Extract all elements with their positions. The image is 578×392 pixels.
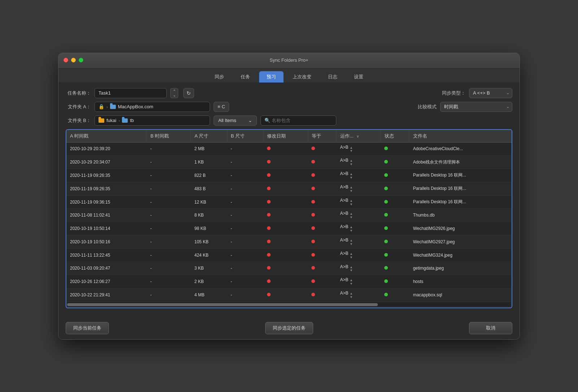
action-stepper[interactable]: ▲▼ (350, 146, 353, 153)
cell-action[interactable]: A>B ▲▼ (337, 222, 381, 235)
status-dot (384, 187, 388, 190)
cell-filename: getimgdata.jpeg (410, 262, 512, 275)
table-row[interactable]: 2020-10-29 20:39:20 - 2 MB - A>B ▲▼ Adob… (66, 142, 512, 156)
action-stepper[interactable]: ▲▼ (350, 186, 353, 193)
action-stepper[interactable]: ▲▼ (350, 252, 353, 260)
maximize-button[interactable] (79, 58, 83, 62)
cell-b-ts: - (146, 142, 191, 156)
sync-current-button[interactable]: 同步当前任务 (66, 322, 109, 334)
cell-equal (308, 142, 337, 156)
cell-filename: Parallels Desktop 16 联网... (410, 195, 512, 209)
cell-action[interactable]: A>B ▲▼ (337, 156, 381, 169)
cell-action[interactable]: A>B ▲▼ (337, 262, 381, 275)
cell-a-ts: 2020-10-29 20:34:07 (66, 156, 146, 169)
scrollbar-thumb[interactable] (67, 303, 378, 306)
tab-settings[interactable]: 设置 (346, 71, 371, 83)
equal-dot (311, 147, 315, 150)
action-stepper[interactable]: ▲▼ (350, 279, 353, 286)
sync-type-select[interactable]: A <+> B A → B B → A (469, 88, 512, 98)
cell-filename: AdobeCreativeCloudCle... (410, 142, 512, 156)
cell-modify (263, 182, 308, 195)
action-label: A>B (340, 264, 349, 269)
tab-last-change[interactable]: 上次改变 (285, 71, 319, 83)
action-stepper[interactable]: ▲▼ (350, 226, 353, 233)
equal-dot (311, 187, 315, 190)
action-stepper[interactable]: ▲▼ (350, 199, 353, 206)
sync-selected-button[interactable]: 同步选定的任务 (265, 322, 313, 334)
folder-b-path[interactable]: fukai › tb (95, 116, 210, 126)
action-stepper[interactable]: ▲▼ (350, 159, 353, 166)
table-row[interactable]: 2020-11-11 13:22:45 - 424 KB - A>B ▲▼ We… (66, 248, 512, 262)
all-items-button[interactable]: All Items ⌄ (214, 116, 257, 126)
cell-action[interactable]: A>B ▲▼ (337, 142, 381, 156)
action-stepper[interactable]: ▲▼ (350, 212, 353, 219)
cell-modify (263, 248, 308, 262)
search-input[interactable] (272, 118, 332, 123)
minimize-button[interactable] (71, 58, 76, 62)
cell-a-size: 2 KB (191, 301, 227, 303)
table-row[interactable]: 2020-11-19 09:26:35 - 822 B - A>B ▲▼ Par… (66, 169, 512, 182)
cell-b-size: - (227, 235, 263, 248)
cell-action[interactable]: A>B ▲▼ (337, 209, 381, 222)
task-input[interactable] (95, 88, 167, 98)
table-row[interactable]: 2020-11-03 09:20:47 - 3 KB - A>B ▲▼ geti… (66, 262, 512, 275)
cell-action[interactable]: A>B ▲▼ (337, 235, 381, 248)
cell-filename: Parallels Desktop 16 联网... (410, 182, 512, 195)
cell-status (381, 156, 410, 169)
action-stepper[interactable]: ▲▼ (350, 239, 353, 246)
table-row[interactable]: 2020-11-08 11:02:41 - 8 KB - A>B ▲▼ Thum… (66, 209, 512, 222)
equal-dot (311, 253, 315, 257)
compare-select[interactable]: 时间戳 大小 内容 (440, 102, 512, 112)
table-row[interactable]: 2020-10-26 12:06:27 - 2 KB - A>B ▲▼ host… (66, 275, 512, 288)
tab-task[interactable]: 任务 (233, 71, 258, 83)
refresh-button[interactable]: ↻ (183, 88, 194, 98)
cell-a-size: 98 KB (191, 222, 227, 235)
cell-action[interactable]: A>B ▲▼ (337, 288, 381, 302)
action-label: A>B (340, 277, 349, 282)
cell-a-size: 12 KB (191, 195, 227, 209)
table-row[interactable]: 2020-10-29 20:34:07 - 1 KB - A>B ▲▼ Adob… (66, 156, 512, 169)
header-filename: 文件名 (410, 130, 512, 143)
cell-action[interactable]: A>B ▲▼ (337, 301, 381, 303)
cell-action[interactable]: A>B ▲▼ (337, 182, 381, 195)
table-row[interactable]: 2020-10-19 10:50:16 - 105 KB - A>B ▲▼ We… (66, 235, 512, 248)
lock-icon: 🔒 (98, 104, 104, 109)
table-row[interactable]: 2020-11-19 09:36:15 - 12 KB - A>B ▲▼ Par… (66, 195, 512, 209)
cell-a-ts: 2020-11-19 09:26:35 (66, 169, 146, 182)
list-view-button[interactable]: ≡ C (214, 102, 229, 112)
cell-action[interactable]: A>B ▲▼ (337, 195, 381, 209)
table-scroll[interactable]: A 时间戳 B 时间戳 A 尺寸 B 尺寸 修改日期 等于 运作... ∨ 状态… (66, 130, 512, 303)
modify-dot (267, 160, 271, 164)
title-bar: Sync Folders Pro+ (58, 53, 520, 67)
app-window: Sync Folders Pro+ 同步 任务 预习 上次改变 日志 设置 任务… (58, 53, 520, 340)
table-row[interactable]: 2020-09-21 17:44:00 - 2 KB - A>B ▲▼ main… (66, 301, 512, 303)
cell-a-size: 424 KB (191, 248, 227, 262)
close-button[interactable] (64, 58, 68, 62)
folder-a-row: 文件夹 A： 🔒 › MacAppBox.com ≡ C 比较模式 时间戳 大小… (66, 102, 512, 112)
cell-filename: Parallels Desktop 16 联网... (410, 169, 512, 182)
header-action[interactable]: 运作... ∨ (337, 130, 381, 143)
action-stepper[interactable]: ▲▼ (350, 266, 353, 273)
status-dot (384, 200, 388, 204)
cell-action[interactable]: A>B ▲▼ (337, 169, 381, 182)
folder-b-label: 文件夹 B： (66, 117, 91, 124)
cell-a-ts: 2020-10-19 10:50:16 (66, 235, 146, 248)
cell-action[interactable]: A>B ▲▼ (337, 248, 381, 262)
table-row[interactable]: 2020-11-19 09:26:35 - 483 B - A>B ▲▼ Par… (66, 182, 512, 195)
tab-sync[interactable]: 同步 (207, 71, 232, 83)
task-label: 任务名称： (66, 90, 91, 96)
files-table-container: A 时间戳 B 时间戳 A 尺寸 B 尺寸 修改日期 等于 运作... ∨ 状态… (66, 129, 512, 308)
action-stepper[interactable]: ▲▼ (350, 173, 353, 180)
status-dot (384, 279, 388, 283)
tab-preview[interactable]: 预习 (259, 71, 284, 83)
horizontal-scrollbar[interactable] (67, 303, 511, 306)
table-row[interactable]: 2020-10-22 21:29:41 - 4 MB - A>B ▲▼ maca… (66, 288, 512, 302)
cancel-button[interactable]: 取消 (469, 322, 512, 334)
status-dot (384, 173, 388, 177)
tab-log[interactable]: 日志 (320, 71, 345, 83)
folder-a-path[interactable]: 🔒 › MacAppBox.com (95, 102, 210, 112)
action-stepper[interactable]: ▲▼ (350, 292, 353, 299)
task-stepper[interactable]: ⌃⌄ (170, 88, 178, 98)
cell-action[interactable]: A>B ▲▼ (337, 275, 381, 288)
table-row[interactable]: 2020-10-19 10:50:14 - 98 KB - A>B ▲▼ Wec… (66, 222, 512, 235)
